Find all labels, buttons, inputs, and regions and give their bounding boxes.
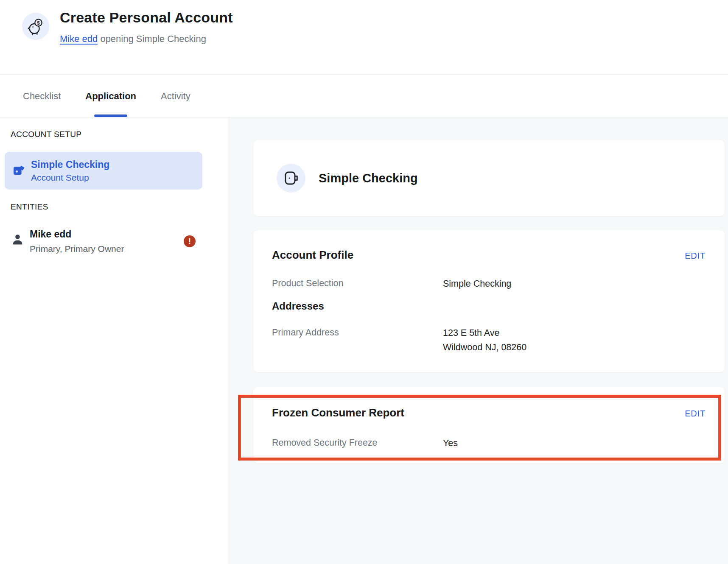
address-line-2: Wildwood NJ, 08260: [443, 340, 526, 355]
exclamation-icon: !: [188, 237, 191, 245]
page-title: Create Personal Account: [60, 9, 233, 26]
entity-role: Primary, Primary Owner: [30, 244, 124, 254]
sidebar-item-title: Simple Checking: [31, 159, 109, 170]
page-subtitle: Mike edd opening Simple Checking: [60, 34, 206, 45]
tab-application[interactable]: Application: [85, 75, 136, 117]
app-window: $ Create Personal Account Mike edd openi…: [0, 0, 728, 564]
frozen-report-title: Frozen Consumer Report: [272, 406, 404, 419]
field-label-product-selection: Product Selection: [272, 278, 344, 289]
wallet-icon: [11, 164, 25, 178]
account-profile-title: Account Profile: [272, 248, 353, 262]
app-icon-circle: $: [22, 13, 49, 40]
field-label-primary-address: Primary Address: [272, 327, 339, 338]
frozen-report-edit-button[interactable]: EDIT: [685, 409, 706, 419]
wallet-outline-icon: [283, 170, 300, 187]
frozen-report-card: Frozen Consumer Report EDIT Removed Secu…: [253, 387, 725, 463]
field-value-product-selection: Simple Checking: [443, 276, 511, 291]
alert-badge: !: [184, 235, 196, 247]
person-icon: [11, 233, 24, 246]
tab-activity[interactable]: Activity: [161, 75, 190, 117]
active-tab-indicator: [94, 114, 127, 117]
product-card: Simple Checking: [253, 140, 725, 216]
addresses-heading: Addresses: [272, 300, 324, 312]
header: $ Create Personal Account Mike edd openi…: [0, 0, 728, 75]
entity-item-mike-edd[interactable]: Mike edd Primary, Primary Owner !: [11, 227, 202, 255]
field-label-removed-security-freeze: Removed Security Freeze: [272, 438, 378, 448]
svg-text:$: $: [37, 20, 40, 25]
tab-bar: Checklist Application Activity: [0, 75, 728, 117]
product-icon-circle: [277, 164, 305, 193]
product-title: Simple Checking: [319, 171, 418, 185]
field-value-removed-security-freeze: Yes: [443, 436, 458, 450]
sidebar-item-simple-checking[interactable]: Simple Checking Account Setup: [5, 152, 202, 190]
entity-name: Mike edd: [30, 229, 71, 240]
piggy-bank-icon: $: [26, 17, 45, 36]
main-content: Simple Checking Account Profile EDIT Pro…: [228, 117, 728, 564]
entity-link[interactable]: Mike edd: [60, 34, 98, 44]
account-profile-card: Account Profile EDIT Product Selection S…: [253, 230, 725, 372]
page-subtitle-rest: opening Simple Checking: [98, 34, 206, 44]
sidebar-item-subtitle: Account Setup: [31, 173, 109, 183]
account-profile-edit-button[interactable]: EDIT: [685, 251, 706, 261]
field-value-primary-address: 123 E 5th Ave Wildwood NJ, 08260: [443, 326, 526, 355]
sidebar: ACCOUNT SETUP Simple Checking Account Se…: [0, 117, 228, 564]
section-heading-account-setup: ACCOUNT SETUP: [11, 130, 81, 139]
address-line-1: 123 E 5th Ave: [443, 326, 526, 340]
section-heading-entities: ENTITIES: [11, 202, 48, 212]
tab-checklist[interactable]: Checklist: [23, 75, 61, 117]
